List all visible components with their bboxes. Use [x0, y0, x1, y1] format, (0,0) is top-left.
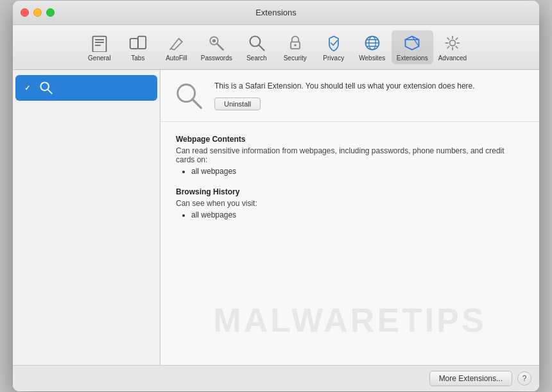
extensions-label: Extensions — [397, 55, 428, 62]
extensions-svg-icon — [403, 34, 421, 52]
minimize-button[interactable] — [33, 8, 42, 17]
svg-point-10 — [212, 39, 216, 42]
detail-search-icon — [174, 81, 203, 110]
permission-list-0: all webpages — [191, 167, 524, 176]
advanced-icon — [442, 33, 463, 53]
window-controls — [21, 8, 55, 17]
detail-description-text: This is a Safari Extension. You should t… — [214, 81, 526, 92]
general-label: General — [88, 55, 111, 62]
more-extensions-button[interactable]: More Extensions... — [429, 371, 512, 386]
general-icon — [89, 33, 110, 53]
toolbar: General Tabs AutoFill — [13, 25, 539, 70]
svg-rect-5 — [138, 37, 146, 49]
tab-privacy[interactable]: Privacy — [315, 30, 353, 64]
svg-line-7 — [169, 49, 171, 50]
permission-desc-0: Can read sensitive information from webp… — [176, 146, 524, 164]
tab-search[interactable]: Search — [237, 30, 276, 64]
extensions-sidebar — [13, 70, 160, 365]
svg-rect-4 — [130, 38, 138, 49]
footer: More Extensions... ? — [13, 365, 539, 391]
extension-checkbox[interactable] — [22, 83, 32, 93]
svg-point-23 — [450, 40, 456, 46]
general-svg-icon — [91, 34, 108, 52]
permission-item-1-0: all webpages — [191, 210, 524, 219]
privacy-svg-icon — [325, 34, 343, 52]
detail-header-text: This is a Safari Extension. You should t… — [214, 81, 526, 111]
tabs-icon — [128, 33, 148, 53]
search-label: Search — [246, 55, 267, 62]
websites-svg-icon — [363, 34, 381, 52]
tab-advanced[interactable]: Advanced — [433, 30, 472, 64]
titlebar: Extensions — [13, 1, 539, 25]
autofill-label: AutoFill — [166, 55, 187, 62]
advanced-label: Advanced — [438, 55, 467, 62]
tab-extensions[interactable]: Extensions — [392, 30, 433, 64]
permission-desc-1: Can see when you visit: — [176, 199, 524, 208]
svg-point-14 — [294, 44, 297, 47]
tab-autofill[interactable]: AutoFill — [157, 30, 196, 64]
tab-passwords[interactable]: Passwords — [196, 30, 237, 64]
extension-detail-panel: This is a Safari Extension. You should t… — [160, 70, 539, 365]
tabs-label: Tabs — [131, 55, 144, 62]
maximize-button[interactable] — [46, 8, 55, 17]
detail-ext-icon — [173, 80, 204, 111]
passwords-label: Passwords — [201, 55, 232, 62]
tab-general[interactable]: General — [80, 30, 119, 64]
svg-line-25 — [47, 89, 51, 93]
privacy-label: Privacy — [323, 55, 344, 62]
extension-list-icon — [39, 81, 53, 95]
window-title: Extensions — [255, 8, 297, 17]
tab-tabs[interactable]: Tabs — [119, 30, 157, 64]
tab-websites[interactable]: Websites — [353, 30, 392, 64]
uninstall-button[interactable]: Uninstall — [214, 98, 261, 110]
sidebar-item-search-ext[interactable] — [15, 75, 157, 101]
svg-line-9 — [217, 44, 223, 50]
security-svg-icon — [286, 34, 304, 52]
detail-body: MALWARETIPS Webpage Contents Can read se… — [160, 122, 539, 365]
search-svg-icon — [248, 34, 266, 52]
close-button[interactable] — [21, 8, 29, 17]
websites-icon — [362, 33, 383, 53]
search-icon — [246, 33, 267, 53]
privacy-icon — [323, 33, 344, 53]
svg-line-6 — [178, 38, 182, 42]
main-window: Extensions General Tabs — [13, 1, 539, 391]
autofill-svg-icon — [168, 34, 185, 52]
svg-line-27 — [193, 99, 201, 108]
permission-title-0: Webpage Contents — [176, 135, 524, 144]
permission-section-0: Webpage Contents Can read sensitive info… — [176, 135, 524, 176]
tab-security[interactable]: Security — [276, 30, 315, 64]
extension-icon-wrapper — [37, 79, 55, 97]
extensions-icon — [402, 33, 422, 53]
watermark: MALWARETIPS — [213, 301, 486, 339]
svg-line-12 — [259, 46, 264, 51]
svg-rect-0 — [92, 37, 106, 53]
permission-title-1: Browsing History — [176, 187, 524, 196]
passwords-icon — [206, 33, 227, 53]
permission-section-1: Browsing History Can see when you visit:… — [176, 187, 524, 219]
help-button[interactable]: ? — [517, 371, 531, 386]
permission-item-0-0: all webpages — [191, 167, 524, 176]
passwords-svg-icon — [207, 34, 225, 52]
security-icon — [285, 33, 306, 53]
websites-label: Websites — [359, 55, 385, 62]
autofill-icon — [166, 33, 187, 53]
permission-list-1: all webpages — [191, 210, 524, 219]
tabs-svg-icon — [129, 34, 147, 52]
advanced-svg-icon — [444, 34, 461, 52]
security-label: Security — [284, 55, 307, 62]
detail-header: This is a Safari Extension. You should t… — [160, 70, 539, 122]
main-content: This is a Safari Extension. You should t… — [13, 70, 539, 365]
